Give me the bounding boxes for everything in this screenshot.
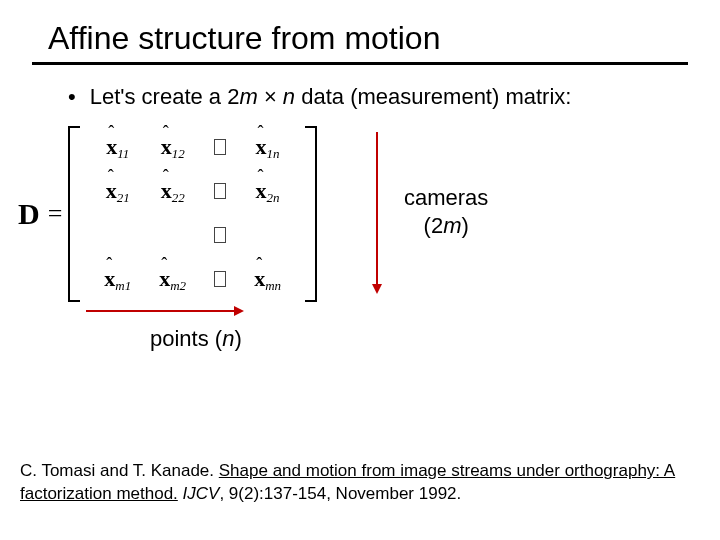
cell-sub: 1n: [267, 146, 280, 161]
matrix-row-ellipsis: [90, 214, 295, 258]
points-label: points (n): [150, 326, 242, 352]
matrix-cell: x2n: [240, 170, 295, 214]
bullet-text: Let's create a 2m × n data (measurement)…: [90, 84, 572, 110]
equals-sign: =: [48, 199, 63, 229]
matrix-row: xm1 xm2 xmn: [90, 258, 295, 302]
cameras-text: cameras: [404, 185, 488, 210]
cameras-var: m: [443, 213, 461, 238]
matrix-cell: xm1: [90, 258, 145, 302]
matrix-cell: x22: [145, 170, 200, 214]
points-paren-close: ): [234, 326, 241, 351]
citation-authors: C. Tomasi and T. Kanade.: [20, 461, 219, 480]
matrix-cell: xmn: [240, 258, 295, 302]
cell-sub: 2n: [267, 190, 280, 205]
ellipsis-glyph: [214, 139, 226, 155]
matrix-lhs: D: [18, 197, 40, 231]
cameras-paren-open: (2: [424, 213, 444, 238]
matrix-cell: xm2: [145, 258, 200, 302]
matrix-cell: x12: [145, 126, 200, 170]
title-underline: [32, 62, 688, 65]
citation-venue: IJCV: [178, 484, 220, 503]
equation: D = x11 x12 x1n x21 x22 x2n: [18, 126, 317, 302]
horizontal-arrow: [86, 310, 242, 312]
ellipsis-glyph: [214, 227, 226, 243]
dim2-var: n: [283, 84, 295, 109]
dim1-coef: 2: [227, 84, 239, 109]
bullet-item: • Let's create a 2m × n data (measuremen…: [68, 84, 571, 110]
matrix-row: x11 x12 x1n: [90, 126, 295, 170]
cell-sub: m1: [115, 278, 131, 293]
bullet-tail: data (measurement) matrix:: [295, 84, 571, 109]
vertical-arrow: [376, 132, 378, 292]
matrix-body: x11 x12 x1n x21 x22 x2n xm1: [68, 126, 317, 302]
left-bracket: [68, 126, 80, 302]
matrix-cell-ellipsis: [200, 126, 240, 170]
matrix-cell: x21: [90, 170, 145, 214]
right-bracket: [305, 126, 317, 302]
citation: C. Tomasi and T. Kanade. Shape and motio…: [20, 460, 690, 506]
matrix-cell-ellipsis: [200, 214, 240, 258]
bullet-marker: •: [68, 84, 76, 110]
cell-sub: 21: [117, 190, 130, 205]
ellipsis-glyph: [214, 271, 226, 287]
points-var: n: [222, 326, 234, 351]
matrix-row: x21 x22 x2n: [90, 170, 295, 214]
citation-rest: , 9(2):137-154, November 1992.: [219, 484, 461, 503]
matrix-cell-ellipsis: [200, 258, 240, 302]
dim1-var: m: [239, 84, 257, 109]
bullet-lead: Let's create a: [90, 84, 228, 109]
matrix-grid: x11 x12 x1n x21 x22 x2n xm1: [90, 126, 295, 302]
cell-sub: m2: [170, 278, 186, 293]
slide-title: Affine structure from motion: [48, 20, 440, 57]
cameras-paren-close: ): [461, 213, 468, 238]
matrix-cell-ellipsis: [200, 170, 240, 214]
slide: Affine structure from motion • Let's cre…: [0, 0, 720, 540]
matrix-cell: x11: [90, 126, 145, 170]
cameras-label: cameras (2m): [404, 184, 488, 239]
cell-sub: mn: [265, 278, 281, 293]
matrix-cell: x1n: [240, 126, 295, 170]
cell-sub: 22: [172, 190, 185, 205]
cell-sub: 11: [117, 146, 129, 161]
cell-sub: 12: [172, 146, 185, 161]
times-symbol: ×: [258, 84, 283, 109]
points-text: points (: [150, 326, 222, 351]
ellipsis-glyph: [214, 183, 226, 199]
